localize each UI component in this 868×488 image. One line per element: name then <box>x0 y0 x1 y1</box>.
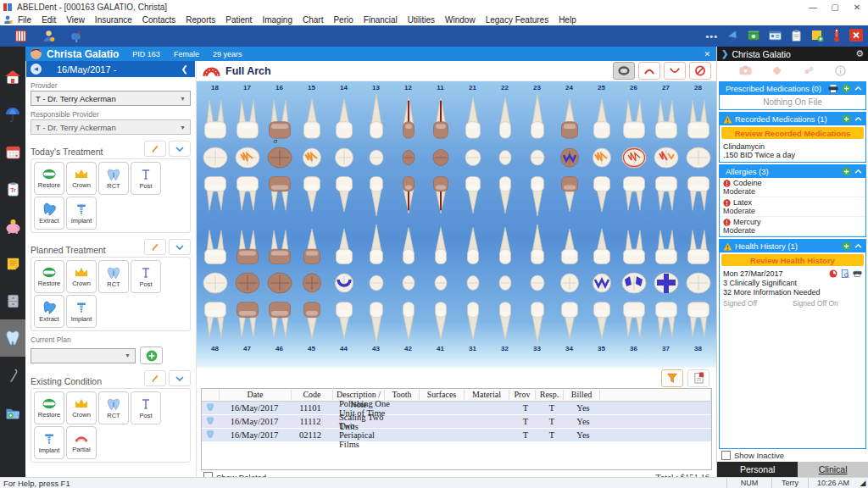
thermometer-icon[interactable] <box>832 28 842 44</box>
sidebar-item-folders[interactable] <box>0 394 25 431</box>
chevron-up-icon[interactable] <box>854 86 862 92</box>
planned-edit-button[interactable] <box>144 239 166 255</box>
date-navigation-bar[interactable]: ◄ 16/May/2017 - ❮ <box>26 61 195 77</box>
todays-button-restore[interactable]: Restore <box>34 162 64 195</box>
menu-edit[interactable]: Edit <box>36 15 61 25</box>
camera-icon[interactable] <box>739 65 752 75</box>
current-plan-select[interactable]: ▼ <box>31 348 136 363</box>
existing-button-implant[interactable]: Implant <box>34 426 64 459</box>
menu-imaging[interactable]: Imaging <box>257 15 298 25</box>
todays-button-post[interactable]: Post <box>131 162 161 195</box>
menu-perio[interactable]: Perio <box>328 15 358 25</box>
sidebar-item-insurance[interactable] <box>0 96 25 133</box>
report-icon[interactable] <box>14 29 28 43</box>
sidebar-item-documents[interactable] <box>0 282 25 319</box>
existing-button-partial[interactable]: Partial <box>66 426 97 459</box>
filter-button[interactable] <box>661 369 683 387</box>
existing-expand-button[interactable] <box>169 370 191 386</box>
lower-arch-view-button[interactable] <box>664 62 686 80</box>
gear-icon[interactable]: ⚙ <box>855 48 864 59</box>
panel-expand-icon[interactable]: ❯ <box>721 49 728 58</box>
clock-icon[interactable] <box>829 269 837 278</box>
tooth-column-14-44[interactable]: 1444 <box>328 84 360 353</box>
menu-window[interactable]: Window <box>440 15 481 25</box>
patient-info-header[interactable]: ❯ Christa Galatio ⚙ <box>717 47 868 61</box>
id-card-icon[interactable] <box>768 29 782 44</box>
todays-button-extract[interactable]: Extract <box>34 197 64 230</box>
todays-button-implant[interactable]: Implant <box>66 197 97 230</box>
menu-utilities[interactable]: Utilities <box>403 15 440 25</box>
add-icon[interactable] <box>842 84 851 93</box>
full-arch-view-button[interactable] <box>613 62 635 80</box>
menu-view[interactable]: View <box>61 15 90 25</box>
checkbox-icon[interactable] <box>721 451 731 460</box>
document-search-icon[interactable] <box>841 269 849 278</box>
menu-legacy-features[interactable]: Legacy Features <box>481 15 554 25</box>
col-header-billed[interactable]: Billed <box>564 390 600 400</box>
responsible-provider-select[interactable]: T - Dr. Terry Ackerman▼ <box>31 119 191 135</box>
show-inactive-checkbox[interactable]: Show Inactive <box>717 449 868 462</box>
date-back-icon[interactable]: ◄ <box>31 64 42 75</box>
menu-contacts[interactable]: Contacts <box>137 15 181 25</box>
tooth-column-26-36[interactable]: 2636 <box>618 84 650 353</box>
col-header-material[interactable]: Material <box>465 390 509 400</box>
allergy-item-latex[interactable]: LatexModerate <box>720 197 865 217</box>
resize-grip[interactable]: ◢ <box>858 478 868 488</box>
chevron-up-icon[interactable] <box>854 169 862 175</box>
printer-icon[interactable] <box>853 269 862 277</box>
tooth-column-21-31[interactable]: 2131 <box>457 84 489 353</box>
add-icon[interactable] <box>842 114 851 124</box>
sidebar-item-notes[interactable] <box>0 245 25 282</box>
mailbox-icon[interactable] <box>70 29 84 43</box>
col-header-code[interactable]: Code <box>292 390 333 400</box>
sidebar-item-financial[interactable] <box>0 208 25 245</box>
maximize-button[interactable]: ▢ <box>824 3 846 12</box>
menu-file[interactable]: File <box>13 15 36 25</box>
existing-button-crown[interactable]: Crown <box>66 391 97 424</box>
planned-button-extract[interactable]: Extract <box>34 295 64 328</box>
info-icon[interactable] <box>835 65 846 76</box>
menu-patient[interactable]: Patient <box>220 15 257 25</box>
planned-button-post[interactable]: Post <box>131 260 161 293</box>
allergies-header[interactable]: Allergies (3) <box>720 165 865 178</box>
tooth-column-12-42[interactable]: 1242 <box>392 84 425 353</box>
allergy-item-codeine[interactable]: CodeineModerate <box>720 178 865 197</box>
clipboard-icon[interactable] <box>790 29 803 44</box>
tooth-column-11-41[interactable]: 1141 <box>425 84 457 353</box>
existing-button-rct[interactable]: RCT <box>98 391 129 424</box>
recorded-medications-header[interactable]: Recorded Medications (1) <box>720 113 865 125</box>
tooth-column-15-45[interactable]: 1545 <box>296 84 328 353</box>
add-icon[interactable] <box>842 241 851 251</box>
menu-reports[interactable]: Reports <box>181 15 220 25</box>
col-header-resp-[interactable]: Resp. <box>536 390 564 400</box>
menu-chart[interactable]: Chart <box>298 15 328 25</box>
review-health-history-button[interactable]: Review Health History <box>721 254 864 266</box>
add-icon[interactable] <box>842 167 851 176</box>
todays-expand-button[interactable] <box>169 141 191 157</box>
tab-personal[interactable]: Personal <box>717 462 798 477</box>
toolbar-overflow-icon[interactable]: ••• <box>705 31 718 42</box>
col-header-prov[interactable]: Prov <box>509 390 536 400</box>
existing-edit-button[interactable] <box>144 370 166 386</box>
review-recorded-medications-button[interactable]: Review Recorded Medications <box>721 127 864 139</box>
planned-button-implant[interactable]: Implant <box>66 295 97 328</box>
sidebar-item-home[interactable] <box>0 58 25 96</box>
col-header-surfaces[interactable]: Surfaces <box>420 390 465 400</box>
col-header-date[interactable]: Date <box>220 390 292 400</box>
menu-help[interactable]: Help <box>554 15 581 25</box>
procedure-row[interactable]: 16/May/201711101Polishing One Unit of Ti… <box>202 402 711 415</box>
tooth-column-16-46[interactable]: 1646 <box>264 84 296 353</box>
diamond-icon[interactable] <box>771 65 782 76</box>
prescribed-medications-header[interactable]: Prescribed Medications (0) <box>720 82 865 95</box>
banner-close-icon[interactable]: ✕ <box>704 50 710 58</box>
provider-select[interactable]: T - Dr. Terry Ackerman▼ <box>31 91 191 106</box>
minimize-button[interactable]: — <box>802 3 824 12</box>
sidebar-item-treatment-plan[interactable]: Tr <box>0 170 25 208</box>
add-plan-button[interactable] <box>140 347 163 364</box>
planned-expand-button[interactable] <box>169 239 191 255</box>
tab-clinical[interactable]: Clinical <box>798 462 868 477</box>
chevron-up-icon[interactable] <box>854 243 862 249</box>
tooth-column-18-48[interactable]: 1848 <box>199 84 231 353</box>
pill-icon[interactable] <box>803 65 815 75</box>
sidebar-item-perio[interactable] <box>0 357 25 394</box>
